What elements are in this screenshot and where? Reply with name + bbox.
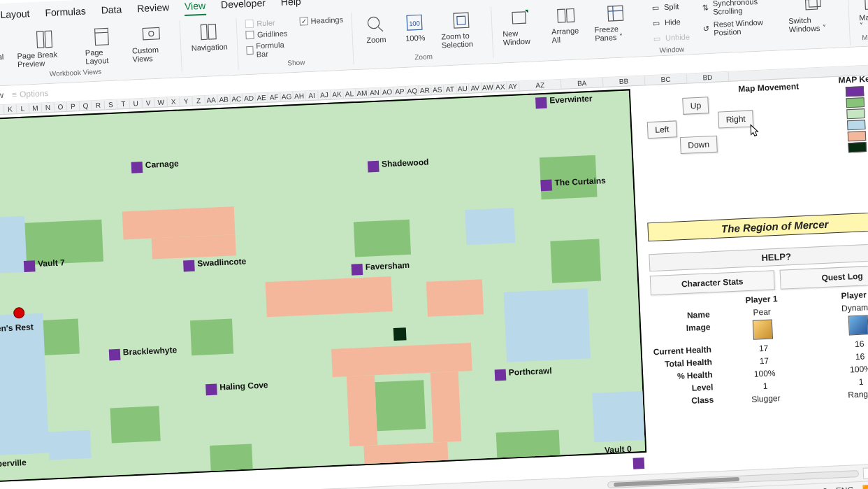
town-marker[interactable] xyxy=(24,260,36,272)
key-town: Town xyxy=(846,84,868,98)
town-marker[interactable] xyxy=(131,162,143,173)
formula-bar-checkbox[interactable]: Formula Bar xyxy=(245,39,290,59)
col-Y[interactable]: Y xyxy=(180,97,193,106)
town-marker[interactable] xyxy=(109,349,121,361)
split-button[interactable]: ▭Split xyxy=(647,0,692,15)
town-marker[interactable] xyxy=(368,161,379,173)
swatch xyxy=(847,120,866,130)
col-Q[interactable]: Q xyxy=(80,101,93,111)
headings-checkbox[interactable]: ✓Headings xyxy=(298,15,345,27)
col-AC[interactable]: AC xyxy=(230,94,243,104)
col-Z[interactable]: Z xyxy=(192,96,205,106)
sheet-view-new[interactable]: 👁New xyxy=(0,90,3,101)
town-marker[interactable] xyxy=(535,97,547,109)
col-AA[interactable]: AA xyxy=(205,95,218,105)
col-N[interactable]: N xyxy=(42,103,55,113)
town-marker[interactable] xyxy=(183,260,195,272)
col-X[interactable]: X xyxy=(167,97,180,107)
tab-help[interactable]: Help xyxy=(280,0,301,12)
col-BB[interactable]: BB xyxy=(603,76,646,87)
hide-button[interactable]: ▭Hide xyxy=(648,14,693,30)
tab-view[interactable]: View xyxy=(185,0,206,16)
col-V[interactable]: V xyxy=(143,98,156,108)
col-AW[interactable]: AW xyxy=(482,83,495,92)
col-BC[interactable]: BC xyxy=(645,74,688,85)
new-window-button[interactable]: New Window xyxy=(499,6,543,48)
move-left-button[interactable]: Left xyxy=(647,120,677,139)
town-marker[interactable] xyxy=(540,180,552,192)
col-O[interactable]: O xyxy=(55,102,68,112)
game-map[interactable]: HoleCarnageShadewoodEverwinterThe Curtai… xyxy=(0,89,646,482)
col-AY[interactable]: AY xyxy=(507,81,520,91)
col-W[interactable]: W xyxy=(154,97,168,107)
col-AR[interactable]: AR xyxy=(419,85,432,95)
col-AS[interactable]: AS xyxy=(431,85,444,94)
col-AL[interactable]: AL xyxy=(343,89,356,99)
stat-label-class: Class xyxy=(656,393,714,409)
key-plain: Plain xyxy=(846,106,868,120)
town-label-faversham: Faversham xyxy=(365,260,410,272)
col-AP[interactable]: AP xyxy=(393,87,407,97)
tab-page-layout[interactable]: Page Layout xyxy=(0,8,30,26)
tab-data[interactable]: Data xyxy=(101,3,122,20)
town-marker[interactable] xyxy=(495,369,507,381)
status-avg: 0 xyxy=(823,486,827,489)
town-marker[interactable] xyxy=(352,264,363,276)
svg-rect-7 xyxy=(208,24,216,39)
col-AJ[interactable]: AJ xyxy=(318,90,331,100)
zoom-selection-button[interactable]: Zoom to Selection xyxy=(437,8,486,51)
col-AD[interactable]: AD xyxy=(243,94,256,104)
col-BD[interactable]: BD xyxy=(687,72,730,83)
col-AT[interactable]: AT xyxy=(444,85,457,94)
col-AO[interactable]: AO xyxy=(381,87,394,97)
tab-formulas[interactable]: Formulas xyxy=(45,6,86,23)
col-S[interactable]: S xyxy=(105,100,118,110)
zoom-button[interactable]: Zoom xyxy=(359,13,393,46)
col-AM[interactable]: AM xyxy=(356,88,369,98)
col-AK[interactable]: AK xyxy=(331,90,344,99)
move-right-button[interactable]: Right xyxy=(718,110,753,128)
view-normal-button[interactable]: Normal xyxy=(0,30,8,64)
custom-views-button[interactable]: Custom Views xyxy=(128,22,174,65)
town-marker[interactable] xyxy=(205,384,217,396)
sheet-view-options: ≡Options xyxy=(12,88,49,99)
col-T[interactable]: T xyxy=(117,99,131,109)
col-AN[interactable]: AN xyxy=(368,87,382,97)
col-AH[interactable]: AH xyxy=(293,91,306,101)
col-BA[interactable]: BA xyxy=(561,78,604,89)
col-AF[interactable]: AF xyxy=(268,92,281,102)
col-K[interactable]: K xyxy=(4,104,17,114)
page-break-button[interactable]: Page Break Preview xyxy=(13,27,76,70)
col-AE[interactable]: AE xyxy=(255,93,268,103)
tab-review[interactable]: Review xyxy=(137,1,170,18)
col-M[interactable]: M xyxy=(29,104,43,113)
tab-developer[interactable]: Developer xyxy=(221,0,266,15)
page-layout-button[interactable]: Page Layout xyxy=(81,24,123,67)
tab-character-stats[interactable]: Character Stats xyxy=(650,270,775,295)
col-AQ[interactable]: AQ xyxy=(406,86,419,96)
col-AG[interactable]: AG xyxy=(280,92,294,101)
col-U[interactable]: U xyxy=(130,99,143,108)
move-up-button[interactable]: Up xyxy=(682,97,709,115)
status-lang[interactable]: ENG xyxy=(836,485,855,489)
newwindow-icon xyxy=(510,8,530,28)
freeze-panes-button[interactable]: Freeze Panes ˅ xyxy=(591,1,642,45)
col-AI[interactable]: AI xyxy=(305,91,319,101)
arrange-all-button[interactable]: Arrange All xyxy=(547,3,585,45)
col-P[interactable]: P xyxy=(67,101,80,111)
col-AV[interactable]: AV xyxy=(469,83,482,93)
navigation-button[interactable]: Navigation xyxy=(187,20,231,54)
col-AU[interactable]: AU xyxy=(456,84,470,94)
col-R[interactable]: R xyxy=(92,100,106,110)
switch-windows-button[interactable]: Switch Windows ˅ xyxy=(785,0,843,36)
view-normal-icon[interactable] xyxy=(862,467,868,479)
gridlines-checkbox[interactable]: Gridlines xyxy=(245,28,289,40)
move-down-button[interactable]: Down xyxy=(680,136,718,154)
col-L[interactable]: L xyxy=(17,104,30,113)
col-AX[interactable]: AX xyxy=(494,82,507,92)
col-AZ[interactable]: AZ xyxy=(519,80,562,91)
col-AB[interactable]: AB xyxy=(217,94,231,104)
macros-button[interactable]: Macros ˅ xyxy=(855,0,868,32)
tab-quest-log[interactable]: Quest Log xyxy=(780,264,868,290)
zoom-100-button[interactable]: 100100% xyxy=(398,10,432,44)
